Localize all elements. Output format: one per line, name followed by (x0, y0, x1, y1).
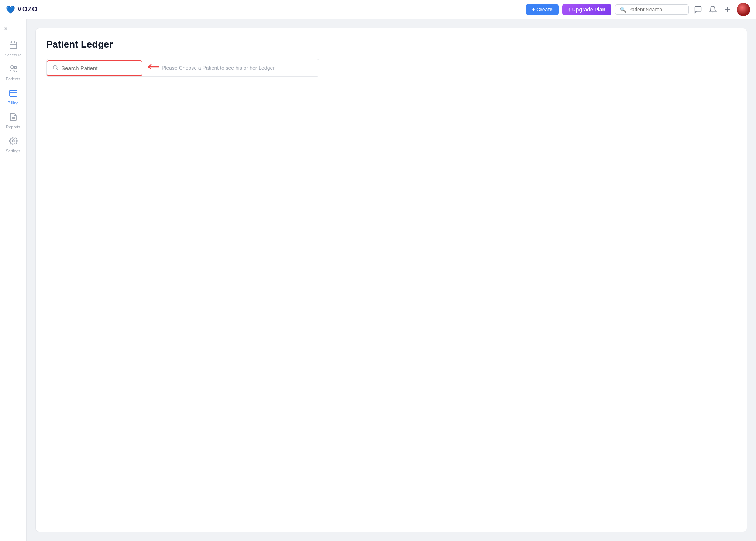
search-patient-input[interactable] (61, 65, 135, 71)
avatar-image (737, 3, 750, 16)
svg-line-15 (56, 69, 58, 70)
patient-search-box[interactable] (47, 60, 142, 76)
page-title: Patient Ledger (46, 39, 736, 50)
sidebar-label-billing: Billing (8, 101, 18, 105)
logo-area: 💙 VOZO (6, 5, 38, 14)
search-row-container: Please Choose a Patient to see his or he… (46, 59, 319, 77)
main-content: Patient Ledger (27, 19, 756, 541)
svg-rect-2 (10, 42, 17, 49)
bell-icon (709, 6, 717, 14)
logo-text: VOZO (17, 6, 38, 13)
patient-search-bar[interactable]: 🔍 (615, 4, 689, 15)
settings-icon (9, 137, 18, 148)
sidebar-item-settings[interactable]: Settings (1, 134, 26, 156)
sidebar-label-schedule: Schedule (5, 53, 22, 57)
avatar[interactable] (737, 3, 750, 16)
arrow-left-icon (148, 63, 159, 73)
top-navigation: 💙 VOZO + Create ↑ Upgrade Plan 🔍 (0, 0, 756, 19)
notifications-button[interactable] (707, 4, 718, 15)
reports-icon (9, 113, 18, 124)
arrow-hint-area: Please Choose a Patient to see his or he… (142, 59, 319, 76)
logo-icon: 💙 (6, 5, 15, 14)
search-icon-small (52, 65, 58, 72)
svg-point-7 (14, 66, 17, 69)
upgrade-plan-button[interactable]: ↑ Upgrade Plan (562, 4, 611, 15)
hint-text: Please Choose a Patient to see his or he… (162, 65, 275, 71)
svg-point-6 (11, 66, 14, 69)
search-icon: 🔍 (620, 7, 626, 13)
sidebar: » Schedule Patients (0, 19, 27, 541)
svg-point-13 (12, 140, 14, 142)
calendar-icon (9, 41, 18, 52)
sidebar-item-billing[interactable]: Billing (1, 86, 26, 108)
body-layout: » Schedule Patients (0, 19, 756, 541)
add-button[interactable] (722, 4, 733, 15)
sidebar-item-patients[interactable]: Patients (1, 62, 26, 84)
sidebar-item-reports[interactable]: Reports (1, 110, 26, 132)
sidebar-expand[interactable]: » (0, 23, 26, 33)
svg-rect-8 (10, 90, 17, 96)
svg-point-14 (53, 65, 57, 69)
chat-icon (694, 6, 702, 14)
chevrons-right-icon: » (4, 25, 7, 31)
sidebar-label-reports: Reports (6, 125, 20, 129)
sidebar-label-patients: Patients (6, 77, 21, 81)
patient-search-input[interactable] (628, 7, 684, 13)
page-card: Patient Ledger (35, 28, 747, 532)
plus-icon (724, 6, 732, 14)
sidebar-item-schedule[interactable]: Schedule (1, 38, 26, 60)
patients-icon (9, 65, 18, 76)
billing-icon (9, 89, 18, 100)
chat-button[interactable] (693, 4, 704, 15)
create-button[interactable]: + Create (526, 4, 559, 15)
sidebar-label-settings: Settings (6, 149, 21, 153)
